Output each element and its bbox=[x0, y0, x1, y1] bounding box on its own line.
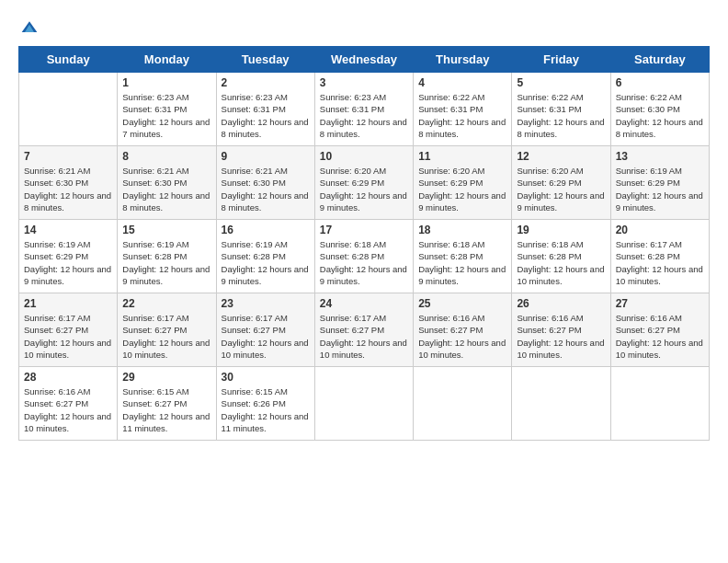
day-info: Sunrise: 6:23 AMSunset: 6:31 PMDaylight:… bbox=[122, 91, 210, 140]
calendar-cell: 9 Sunrise: 6:21 AMSunset: 6:30 PMDayligh… bbox=[216, 146, 314, 220]
day-info: Sunrise: 6:15 AMSunset: 6:27 PMDaylight:… bbox=[122, 385, 210, 434]
calendar-cell bbox=[314, 367, 413, 441]
calendar-cell bbox=[610, 367, 709, 441]
day-number: 5 bbox=[517, 76, 605, 89]
calendar-cell: 6 Sunrise: 6:22 AMSunset: 6:30 PMDayligh… bbox=[610, 73, 709, 146]
calendar-cell: 16 Sunrise: 6:19 AMSunset: 6:28 PMDaylig… bbox=[216, 220, 314, 293]
calendar-header-row: SundayMondayTuesdayWednesdayThursdayFrid… bbox=[19, 47, 710, 73]
day-number: 22 bbox=[122, 297, 210, 310]
day-info: Sunrise: 6:17 AMSunset: 6:27 PMDaylight:… bbox=[320, 312, 408, 361]
calendar-table: SundayMondayTuesdayWednesdayThursdayFrid… bbox=[18, 46, 710, 441]
page-header bbox=[18, 18, 710, 37]
calendar-cell: 24 Sunrise: 6:17 AMSunset: 6:27 PMDaylig… bbox=[314, 293, 413, 367]
day-number: 23 bbox=[222, 297, 310, 310]
calendar-cell: 12 Sunrise: 6:20 AMSunset: 6:29 PMDaylig… bbox=[512, 146, 610, 220]
calendar-cell: 29 Sunrise: 6:15 AMSunset: 6:27 PMDaylig… bbox=[118, 367, 216, 441]
day-number: 4 bbox=[418, 76, 506, 89]
day-info: Sunrise: 6:20 AMSunset: 6:29 PMDaylight:… bbox=[320, 165, 408, 213]
calendar-cell: 19 Sunrise: 6:18 AMSunset: 6:28 PMDaylig… bbox=[512, 220, 610, 293]
calendar-week-row: 14 Sunrise: 6:19 AMSunset: 6:29 PMDaylig… bbox=[19, 220, 710, 293]
day-number: 27 bbox=[616, 297, 704, 310]
day-number: 19 bbox=[517, 224, 605, 236]
logo-icon bbox=[20, 18, 39, 37]
day-info: Sunrise: 6:16 AMSunset: 6:27 PMDaylight:… bbox=[418, 312, 506, 361]
calendar-cell: 8 Sunrise: 6:21 AMSunset: 6:30 PMDayligh… bbox=[118, 146, 216, 220]
day-number: 25 bbox=[418, 297, 506, 310]
day-number: 29 bbox=[122, 371, 210, 384]
day-info: Sunrise: 6:19 AMSunset: 6:28 PMDaylight:… bbox=[222, 238, 310, 287]
day-info: Sunrise: 6:19 AMSunset: 6:29 PMDaylight:… bbox=[24, 238, 112, 287]
calendar-cell: 22 Sunrise: 6:17 AMSunset: 6:27 PMDaylig… bbox=[118, 293, 216, 367]
day-info: Sunrise: 6:20 AMSunset: 6:29 PMDaylight:… bbox=[517, 165, 605, 213]
calendar-cell: 11 Sunrise: 6:20 AMSunset: 6:29 PMDaylig… bbox=[414, 146, 512, 220]
calendar-cell: 10 Sunrise: 6:20 AMSunset: 6:29 PMDaylig… bbox=[314, 146, 413, 220]
day-number: 12 bbox=[517, 150, 605, 163]
day-info: Sunrise: 6:17 AMSunset: 6:28 PMDaylight:… bbox=[616, 238, 704, 287]
day-number: 26 bbox=[517, 297, 605, 310]
day-info: Sunrise: 6:22 AMSunset: 6:30 PMDaylight:… bbox=[616, 91, 704, 140]
day-info: Sunrise: 6:18 AMSunset: 6:28 PMDaylight:… bbox=[517, 238, 605, 287]
day-number: 18 bbox=[418, 224, 506, 236]
day-number: 24 bbox=[320, 297, 408, 310]
day-info: Sunrise: 6:16 AMSunset: 6:27 PMDaylight:… bbox=[517, 312, 605, 361]
day-info: Sunrise: 6:16 AMSunset: 6:27 PMDaylight:… bbox=[24, 385, 112, 434]
day-number: 10 bbox=[320, 150, 408, 163]
calendar-cell: 5 Sunrise: 6:22 AMSunset: 6:31 PMDayligh… bbox=[512, 73, 610, 146]
calendar-cell: 13 Sunrise: 6:19 AMSunset: 6:29 PMDaylig… bbox=[610, 146, 709, 220]
calendar-cell: 27 Sunrise: 6:16 AMSunset: 6:27 PMDaylig… bbox=[610, 293, 709, 367]
day-number: 28 bbox=[24, 371, 112, 384]
day-header-saturday: Saturday bbox=[610, 47, 709, 73]
day-info: Sunrise: 6:15 AMSunset: 6:26 PMDaylight:… bbox=[222, 385, 310, 434]
day-number: 13 bbox=[616, 150, 704, 163]
day-number: 6 bbox=[616, 76, 704, 89]
day-info: Sunrise: 6:18 AMSunset: 6:28 PMDaylight:… bbox=[418, 238, 506, 287]
calendar-cell: 3 Sunrise: 6:23 AMSunset: 6:31 PMDayligh… bbox=[314, 73, 413, 146]
calendar-cell bbox=[512, 367, 610, 441]
calendar-cell bbox=[414, 367, 512, 441]
day-info: Sunrise: 6:17 AMSunset: 6:27 PMDaylight:… bbox=[222, 312, 310, 361]
day-header-friday: Friday bbox=[512, 47, 610, 73]
day-info: Sunrise: 6:17 AMSunset: 6:27 PMDaylight:… bbox=[122, 312, 210, 361]
day-info: Sunrise: 6:22 AMSunset: 6:31 PMDaylight:… bbox=[418, 91, 506, 140]
calendar-week-row: 7 Sunrise: 6:21 AMSunset: 6:30 PMDayligh… bbox=[19, 146, 710, 220]
day-number: 1 bbox=[122, 76, 210, 89]
day-number: 2 bbox=[222, 76, 310, 89]
day-number: 21 bbox=[24, 297, 112, 310]
day-info: Sunrise: 6:19 AMSunset: 6:29 PMDaylight:… bbox=[616, 165, 704, 213]
day-info: Sunrise: 6:16 AMSunset: 6:27 PMDaylight:… bbox=[616, 312, 704, 361]
day-header-sunday: Sunday bbox=[19, 47, 118, 73]
day-number: 30 bbox=[222, 371, 310, 384]
calendar-cell: 18 Sunrise: 6:18 AMSunset: 6:28 PMDaylig… bbox=[414, 220, 512, 293]
day-header-tuesday: Tuesday bbox=[216, 47, 314, 73]
day-info: Sunrise: 6:22 AMSunset: 6:31 PMDaylight:… bbox=[517, 91, 605, 140]
day-info: Sunrise: 6:21 AMSunset: 6:30 PMDaylight:… bbox=[222, 165, 310, 213]
calendar-week-row: 1 Sunrise: 6:23 AMSunset: 6:31 PMDayligh… bbox=[19, 73, 710, 146]
logo bbox=[18, 18, 39, 37]
calendar-cell: 14 Sunrise: 6:19 AMSunset: 6:29 PMDaylig… bbox=[19, 220, 118, 293]
day-number: 3 bbox=[320, 76, 408, 89]
day-number: 8 bbox=[122, 150, 210, 163]
calendar-cell: 30 Sunrise: 6:15 AMSunset: 6:26 PMDaylig… bbox=[216, 367, 314, 441]
calendar-cell: 26 Sunrise: 6:16 AMSunset: 6:27 PMDaylig… bbox=[512, 293, 610, 367]
day-header-monday: Monday bbox=[118, 47, 216, 73]
day-info: Sunrise: 6:23 AMSunset: 6:31 PMDaylight:… bbox=[320, 91, 408, 140]
calendar-cell: 28 Sunrise: 6:16 AMSunset: 6:27 PMDaylig… bbox=[19, 367, 118, 441]
calendar-cell: 25 Sunrise: 6:16 AMSunset: 6:27 PMDaylig… bbox=[414, 293, 512, 367]
day-info: Sunrise: 6:21 AMSunset: 6:30 PMDaylight:… bbox=[24, 165, 112, 213]
day-number: 9 bbox=[222, 150, 310, 163]
calendar-cell: 15 Sunrise: 6:19 AMSunset: 6:28 PMDaylig… bbox=[118, 220, 216, 293]
day-header-thursday: Thursday bbox=[414, 47, 512, 73]
calendar-cell: 21 Sunrise: 6:17 AMSunset: 6:27 PMDaylig… bbox=[19, 293, 118, 367]
day-info: Sunrise: 6:18 AMSunset: 6:28 PMDaylight:… bbox=[320, 238, 408, 287]
day-number: 14 bbox=[24, 224, 112, 236]
day-info: Sunrise: 6:20 AMSunset: 6:29 PMDaylight:… bbox=[418, 165, 506, 213]
calendar-cell: 2 Sunrise: 6:23 AMSunset: 6:31 PMDayligh… bbox=[216, 73, 314, 146]
calendar-cell: 23 Sunrise: 6:17 AMSunset: 6:27 PMDaylig… bbox=[216, 293, 314, 367]
calendar-cell: 20 Sunrise: 6:17 AMSunset: 6:28 PMDaylig… bbox=[610, 220, 709, 293]
calendar-week-row: 28 Sunrise: 6:16 AMSunset: 6:27 PMDaylig… bbox=[19, 367, 710, 441]
day-info: Sunrise: 6:23 AMSunset: 6:31 PMDaylight:… bbox=[222, 91, 310, 140]
calendar-cell: 1 Sunrise: 6:23 AMSunset: 6:31 PMDayligh… bbox=[118, 73, 216, 146]
day-header-wednesday: Wednesday bbox=[314, 47, 413, 73]
day-number: 16 bbox=[222, 224, 310, 236]
day-number: 17 bbox=[320, 224, 408, 236]
